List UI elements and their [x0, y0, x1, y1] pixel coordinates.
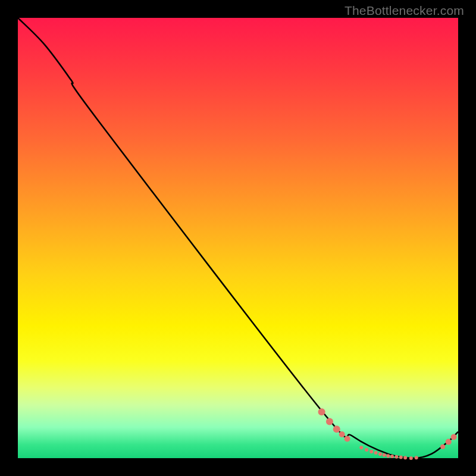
- chart-marker: [359, 446, 363, 449]
- chart-marker: [333, 425, 340, 433]
- chart-stage: TheBottlenecker.com: [0, 0, 476, 476]
- chart-marker: [365, 448, 368, 452]
- bottleneck-curve: [18, 18, 458, 458]
- chart-marker: [374, 451, 378, 455]
- chart-marker: [394, 455, 398, 459]
- source-caption: TheBottlenecker.com: [345, 4, 464, 18]
- chart-marker: [451, 434, 457, 440]
- chart-marker: [403, 456, 407, 459]
- chart-marker: [326, 418, 333, 425]
- chart-marker: [386, 454, 390, 458]
- chart-markers: [318, 408, 457, 460]
- chart-marker: [378, 452, 382, 456]
- chart-marker: [345, 436, 350, 441]
- chart-marker: [440, 444, 445, 449]
- plot-area: [18, 18, 458, 458]
- chart-marker: [339, 431, 345, 437]
- chart-marker: [399, 456, 403, 459]
- chart-marker: [369, 450, 373, 453]
- chart-marker: [415, 456, 418, 459]
- chart-marker: [318, 408, 325, 415]
- chart-marker: [446, 439, 452, 445]
- chart-marker: [409, 456, 413, 460]
- chart-svg: [18, 18, 458, 458]
- chart-marker: [390, 455, 394, 458]
- chart-marker: [383, 453, 386, 457]
